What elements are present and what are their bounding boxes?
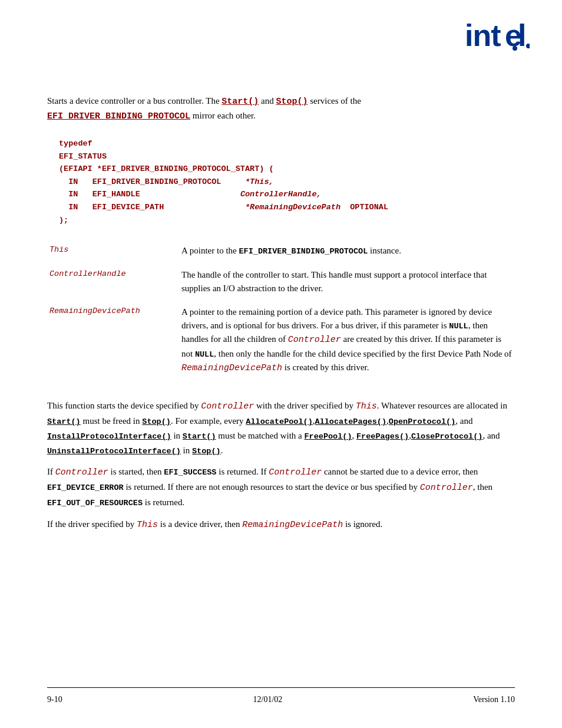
intro-paragraph: Starts a device controller or a bus cont… [47,94,515,123]
code-line-in2: IN EFI_HANDLE ControllerHandle, [59,188,515,201]
param-controllerhandle-desc: The handle of the controller to start. T… [177,265,515,302]
desc-para2: If Controller is started, then EFI_SUCCE… [47,465,515,510]
desc-para3: If the driver specified by This is a dev… [47,517,515,532]
code-block: typedef EFI_STATUS (EFIAPI *EFI_DRIVER_B… [59,137,515,226]
code-line-efistatus: EFI_STATUS [59,150,515,163]
intro-text-services: services of the [308,96,361,106]
param-controllerhandle-name: ControllerHandle [47,265,177,302]
param-this-desc: A pointer to the EFI_DRIVER_BINDING_PROT… [177,241,515,265]
svg-point-2 [513,46,517,51]
param-this: This A pointer to the EFI_DRIVER_BINDING… [47,241,515,265]
code-line-typedef: typedef [59,137,515,150]
param-remainingdevicepath-name: RemainingDevicePath [47,302,177,382]
parameters-table: This A pointer to the EFI_DRIVER_BINDING… [47,241,515,382]
footer-date: 12/01/02 [253,695,283,704]
svg-text:int: int [465,18,501,52]
svg-point-4 [526,44,530,48]
param-controllerhandle: ControllerHandle The handle of the contr… [47,265,515,302]
footer-version: Version 1.10 [473,695,515,704]
description-section: This function starts the device specifie… [47,398,515,532]
svg-text:l: l [518,18,526,52]
code-line-in3: IN EFI_DEVICE_PATH *RemainingDevicePath … [59,201,515,214]
page: int e l Starts a device controller or a … [0,0,562,728]
param-remainingdevicepath-desc: A pointer to the remaining portion of a … [177,302,515,382]
footer-rule [47,687,515,688]
intro-text-before-start: Starts a device controller or a bus cont… [47,96,222,106]
intro-text-and: and [259,96,276,106]
start-link: Start() [222,97,259,107]
code-line-proto: (EFIAPI *EFI_DRIVER_BINDING_PROTOCOL_STA… [59,163,515,176]
footer-page-number: 9-10 [47,695,62,704]
code-line-in1: IN EFI_DRIVER_BINDING_PROTOCOL *This, [59,176,515,189]
code-line-end: ); [59,214,515,227]
footer: 9-10 12/01/02 Version 1.10 [47,695,515,704]
desc-para1: This function starts the device specifie… [47,398,515,457]
protocol-link: EFI_DRIVER_BINDING_PROTOCOL [47,111,190,121]
intro-text-mirror: mirror each other. [190,111,256,120]
param-this-name: This [47,241,177,265]
param-remainingdevicepath: RemainingDevicePath A pointer to the rem… [47,302,515,382]
intel-logo: int e l [465,17,530,54]
stop-link: Stop() [276,97,308,107]
